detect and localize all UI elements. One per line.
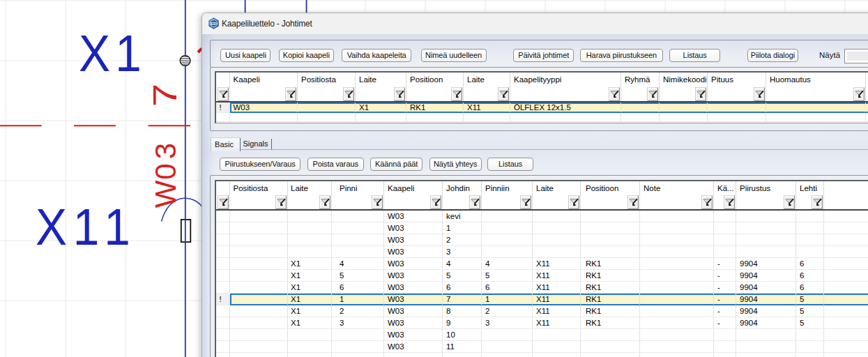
filter-funnel-icon[interactable]: [754, 87, 765, 101]
filter-funnel-icon[interactable]: [218, 195, 229, 209]
filter-funnel-icon[interactable]: [812, 195, 823, 209]
rake-drawing-button[interactable]: Harava piirustukseen: [580, 49, 664, 62]
filter-cell: [736, 195, 796, 210]
cell: [482, 210, 533, 222]
filter-funnel-icon[interactable]: [372, 195, 383, 209]
column-header[interactable]: Piirustus: [736, 181, 796, 196]
row-mark-cell: [216, 257, 230, 269]
grid-row[interactable]: W031: [216, 222, 868, 234]
column-header[interactable]: Laite: [533, 181, 581, 196]
filter-funnel-icon[interactable]: [724, 195, 735, 209]
hide-dialog-button[interactable]: Piilota dialogi: [747, 49, 798, 62]
column-header[interactable]: Huomautus: [766, 73, 866, 87]
rename-button[interactable]: Nimeä uudelleen: [421, 49, 487, 62]
column-header[interactable]: Kaapeli: [384, 181, 443, 196]
grid-row[interactable]: X12W0382X11RK1-99045: [216, 305, 868, 317]
label-cable-w03: W03: [149, 143, 182, 208]
filter-funnel-icon[interactable]: [218, 87, 229, 101]
filter-funnel-icon[interactable]: [647, 87, 658, 101]
filter-funnel-icon[interactable]: [394, 87, 405, 101]
column-header[interactable]: Kaapeli: [229, 73, 298, 87]
cell: [229, 269, 288, 281]
cell: 4: [332, 257, 384, 269]
new-cable-button[interactable]: Uusi kaapeli: [220, 49, 271, 62]
filter-funnel-icon[interactable]: [430, 195, 441, 209]
column-header[interactable]: Laite: [288, 181, 332, 196]
copy-cable-button[interactable]: Kopioi kaapeli: [279, 49, 334, 62]
column-header[interactable]: Pinni: [332, 181, 384, 196]
column-header[interactable]: Johdin: [443, 181, 482, 196]
grid-row-selected[interactable]: !X11W0371X11RK1-99045: [216, 293, 868, 305]
column-header[interactable]: Kä...: [714, 181, 736, 196]
column-header[interactable]: Positioon: [581, 181, 640, 196]
column-header[interactable]: Nimikekoodi: [660, 73, 708, 87]
filter-funnel-icon[interactable]: [285, 87, 296, 101]
empty-cell: [866, 112, 868, 121]
column-header[interactable]: Laite: [464, 73, 510, 87]
grid-row[interactable]: W032: [216, 234, 868, 245]
column-header[interactable]: Positioon: [406, 73, 464, 87]
grid-row[interactable]: W0310: [216, 328, 868, 340]
tab-basic[interactable]: Basic: [211, 137, 241, 151]
grid-row-selected[interactable]: !W03X1RK1X11ÖLFLEX 12x1.5: [216, 102, 868, 112]
listing-button[interactable]: Listaus: [669, 49, 720, 62]
cell: [640, 234, 714, 245]
filter-funnel-icon[interactable]: [701, 195, 713, 209]
cell: [640, 293, 714, 305]
filter-cell: [229, 195, 288, 210]
row-mark-cell: [216, 234, 230, 245]
column-header[interactable]: Pinniin: [482, 181, 533, 196]
tab-signals[interactable]: Signals: [241, 139, 272, 149]
column-header[interactable]: [866, 73, 868, 87]
remove-reserve-button[interactable]: Poista varaus: [307, 158, 364, 171]
cell: [288, 222, 332, 234]
grid-row[interactable]: X16W0366X11RK1-99046: [216, 281, 868, 293]
filter-funnel-icon[interactable]: [784, 195, 795, 209]
show-combobox[interactable]: [844, 49, 868, 63]
cell: 6: [796, 281, 824, 293]
column-header[interactable]: Pituus: [708, 73, 766, 87]
column-header[interactable]: Ryhmä: [621, 73, 660, 87]
cell: [796, 210, 824, 222]
cell: [736, 210, 796, 222]
filter-funnel-icon[interactable]: [498, 87, 509, 101]
grid-row[interactable]: X14W0344X11RK1-99046: [216, 257, 868, 269]
cell: [229, 245, 288, 257]
grid-row[interactable]: W033: [216, 245, 868, 257]
filter-cell: [482, 195, 533, 210]
filter-funnel-icon[interactable]: [319, 195, 330, 209]
to-drawing-reserve-button[interactable]: Piirustukseen/Varaus: [220, 158, 300, 171]
empty-cell: [660, 112, 708, 121]
show-connection-button[interactable]: Näytä yhteys: [429, 158, 482, 171]
dialog-titlebar[interactable]: ED Kaapeliluettelo - Johtimet: [202, 13, 868, 34]
column-header[interactable]: [824, 181, 868, 196]
column-header[interactable]: Laite: [356, 73, 406, 87]
filter-funnel-icon[interactable]: [568, 195, 579, 209]
filter-funnel-icon[interactable]: [627, 195, 639, 209]
cell: [533, 222, 581, 234]
filter-funnel-icon[interactable]: [275, 195, 287, 209]
column-header[interactable]: Lehti: [796, 181, 824, 196]
filter-funnel-icon[interactable]: [343, 87, 354, 101]
grid-row[interactable]: W03kevi: [216, 210, 868, 222]
flip-ends-button[interactable]: Käännä päät: [370, 158, 422, 171]
cell: W03: [384, 257, 443, 269]
swap-cables-button[interactable]: Vaihda kaapeleita: [342, 49, 411, 62]
cell: X1: [356, 102, 406, 112]
grid-row[interactable]: W0311: [216, 340, 868, 352]
update-wires-button[interactable]: Päivitä johtimet: [513, 49, 574, 62]
grid-row[interactable]: X13W0393X11RK1-99045: [216, 317, 868, 328]
filter-funnel-icon[interactable]: [695, 87, 706, 101]
dialog-body: Uusi kaapeli Kopioi kaapeli Vaihda kaape…: [202, 34, 868, 357]
grid-row[interactable]: X15W0355X11RK1-99046: [216, 269, 868, 281]
filter-funnel-icon[interactable]: [469, 195, 480, 209]
filter-funnel-icon[interactable]: [609, 87, 620, 101]
listing2-button[interactable]: Listaus: [487, 158, 533, 171]
column-header[interactable]: Note: [640, 181, 714, 196]
filter-funnel-icon[interactable]: [853, 87, 865, 101]
column-header[interactable]: Positiosta: [298, 73, 356, 87]
column-header[interactable]: Kaapelityyppi: [510, 73, 621, 87]
column-header[interactable]: Positiosta: [229, 181, 288, 196]
filter-funnel-icon[interactable]: [451, 87, 462, 101]
filter-funnel-icon[interactable]: [520, 195, 531, 209]
